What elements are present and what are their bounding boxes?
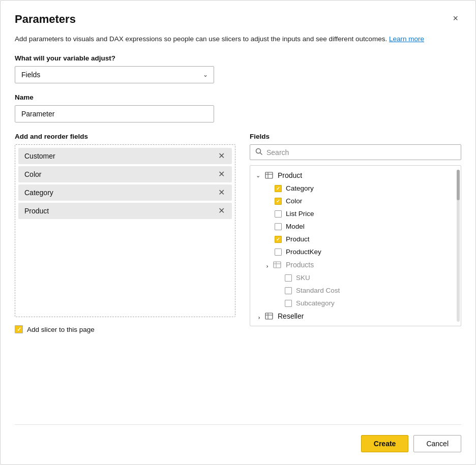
tree-label-product-child: Product (286, 235, 310, 243)
variable-dropdown-wrapper: Fields Numeric range Date range ⌄ (15, 66, 214, 83)
chevron-down-icon: ⌄ (254, 172, 261, 179)
table-icon-reseller (264, 312, 274, 320)
table-icon-products (273, 261, 282, 269)
tree-label-standardcost: Standard Cost (296, 287, 340, 294)
checkbox-listprice[interactable] (275, 210, 282, 218)
chevron-right-icon-reseller: ⌄ (255, 313, 261, 320)
tree-label-product: Product (278, 171, 302, 179)
variable-section: What will your variable adjust? Fields N… (15, 54, 461, 83)
list-item[interactable]: Product ✕ (18, 203, 232, 219)
tree-child-standardcost[interactable]: Standard Cost (250, 284, 461, 297)
fields-header: Fields (250, 133, 461, 140)
close-button[interactable]: × (450, 13, 461, 24)
left-panel: Add and reorder fields Customer ✕ Color … (15, 133, 235, 414)
tree-label-category: Category (286, 184, 314, 192)
tree-child-product[interactable]: Product (250, 233, 461, 245)
remove-product-button[interactable]: ✕ (217, 207, 226, 215)
fields-tree: ⌄ Product Category (250, 165, 461, 326)
add-slicer-checkbox[interactable] (15, 325, 23, 333)
tree-child-listprice[interactable]: List Price (250, 207, 461, 220)
svg-rect-5 (274, 262, 281, 268)
checkbox-model[interactable] (275, 223, 282, 230)
search-box (250, 144, 461, 160)
tree-label-reseller: Reseller (278, 312, 304, 320)
list-item[interactable]: Category ✕ (18, 184, 232, 201)
tree-child-sku[interactable]: SKU (250, 271, 461, 284)
remove-color-button[interactable]: ✕ (217, 170, 226, 178)
tree-label-products: Products (286, 261, 314, 269)
create-button[interactable]: Create (361, 435, 409, 452)
cancel-button[interactable]: Cancel (413, 435, 461, 452)
learn-more-link[interactable]: Learn more (389, 35, 424, 43)
tree-parent-products[interactable]: ⌄ Products (250, 258, 461, 271)
search-input[interactable] (266, 148, 456, 157)
tree-child-subcategory[interactable]: Subcategory (250, 297, 461, 309)
name-section: Name (15, 94, 461, 122)
scrollbar-track[interactable] (457, 170, 460, 322)
checkbox-sku[interactable] (285, 274, 292, 282)
scrollbar-thumb[interactable] (457, 170, 460, 200)
dialog-footer: Create Cancel (15, 424, 461, 452)
tree-label-productkey: ProductKey (286, 248, 321, 256)
tree-label-color: Color (286, 197, 302, 205)
tree-label-subcategory: Subcategory (296, 299, 335, 307)
variable-dropdown[interactable]: Fields Numeric range Date range (15, 66, 214, 83)
dialog-header: Parameters × (15, 13, 461, 26)
tree-parent-product[interactable]: ⌄ Product (250, 169, 461, 182)
checkbox-product[interactable] (275, 236, 282, 243)
remove-customer-button[interactable]: ✕ (217, 152, 226, 160)
svg-line-1 (260, 153, 262, 155)
name-input[interactable] (15, 105, 214, 122)
list-item-label: Category (24, 189, 217, 197)
dialog-title: Parameters (15, 13, 76, 26)
tree-child-productkey[interactable]: ProductKey (250, 245, 461, 258)
tree-child-category[interactable]: Category (250, 182, 461, 195)
fields-row: Add and reorder fields Customer ✕ Color … (15, 133, 461, 414)
name-label: Name (15, 94, 461, 101)
tree-child-model[interactable]: Model (250, 220, 461, 233)
reorder-list: Customer ✕ Color ✕ Category ✕ Product ✕ (15, 144, 235, 317)
checkbox-category[interactable] (275, 185, 282, 192)
remove-category-button[interactable]: ✕ (217, 189, 226, 197)
description-text: Add parameters to visuals and DAX expres… (15, 34, 461, 44)
list-item[interactable]: Customer ✕ (18, 148, 232, 164)
parameters-dialog: Parameters × Add parameters to visuals a… (0, 0, 476, 465)
add-slicer-label: Add slicer to this page (27, 326, 95, 333)
list-item-label: Product (24, 207, 217, 215)
svg-rect-2 (265, 172, 273, 178)
right-panel: Fields ⌄ (250, 133, 461, 414)
tree-child-color[interactable]: Color (250, 195, 461, 207)
chevron-right-icon: ⌄ (263, 261, 270, 268)
svg-rect-8 (265, 313, 273, 319)
tree-label-listprice: List Price (286, 210, 314, 218)
add-reorder-label: Add and reorder fields (15, 133, 235, 140)
checkbox-color[interactable] (275, 198, 282, 205)
checkbox-subcategory[interactable] (285, 300, 292, 307)
list-item[interactable]: Color ✕ (18, 166, 232, 182)
variable-label: What will your variable adjust? (15, 54, 461, 62)
checkbox-standardcost[interactable] (285, 287, 292, 294)
checkbox-productkey[interactable] (275, 249, 282, 256)
list-item-label: Customer (24, 152, 217, 160)
search-icon (255, 148, 262, 157)
add-slicer-row: Add slicer to this page (15, 325, 235, 333)
tree-label-sku: SKU (296, 274, 310, 282)
list-item-label: Color (24, 170, 217, 178)
tree-parent-reseller[interactable]: ⌄ Reseller (250, 309, 461, 323)
table-icon (264, 171, 274, 179)
tree-label-model: Model (286, 223, 305, 230)
